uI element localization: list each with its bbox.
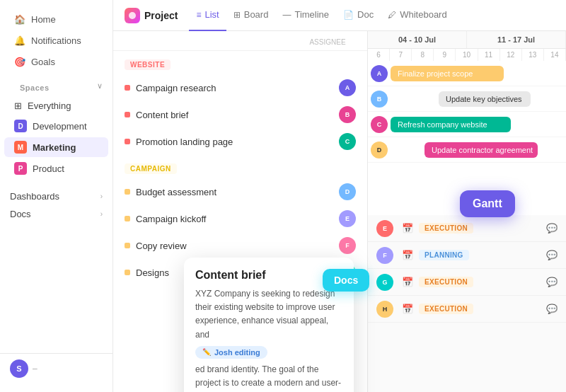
timeline-tab-label: Timeline bbox=[294, 9, 329, 20]
spaces-chevron-icon[interactable]: ∨ bbox=[97, 81, 103, 91]
task-dot-2 bbox=[125, 112, 130, 117]
gantt-bar-2[interactable]: Update key objectives bbox=[439, 91, 531, 107]
gantt-bar-4[interactable]: Update contractor agreement bbox=[424, 142, 538, 158]
status-badge-3: EXECUTION bbox=[419, 277, 473, 287]
task-campaign-research[interactable]: Campaign research A bbox=[113, 74, 367, 101]
status-row-4: H 📅 EXECUTION 💬 bbox=[368, 296, 566, 323]
product-space-dot: P bbox=[14, 162, 27, 175]
task-name-3: Promotion landing page bbox=[136, 137, 333, 147]
gantt-day-7: 7 bbox=[390, 49, 412, 61]
gantt-avatar-1: A bbox=[371, 65, 388, 82]
whiteboard-tab-icon: 🖊 bbox=[388, 10, 396, 20]
sidebar-everything[interactable]: ⊞ Everything bbox=[4, 97, 108, 115]
sidebar-space-marketing[interactable]: M Marketing bbox=[4, 137, 108, 157]
everything-label: Everything bbox=[28, 100, 71, 111]
gantt-row-2: B Update key objectives bbox=[368, 86, 566, 112]
doc-tab-icon: 📄 bbox=[343, 10, 354, 20]
chat-icon-4: 💬 bbox=[546, 304, 558, 314]
task-content-brief[interactable]: Content brief B bbox=[113, 101, 367, 128]
task-dot-5 bbox=[125, 216, 130, 221]
chat-icon-2: 💬 bbox=[546, 250, 558, 260]
project-label: Project bbox=[144, 10, 178, 21]
gantt-bar-1[interactable]: Finalize project scope bbox=[391, 66, 504, 81]
board-tab-icon: ⊞ bbox=[233, 10, 241, 20]
tab-list[interactable]: ≡ List bbox=[189, 0, 226, 31]
sidebar-space-product[interactable]: P Product bbox=[4, 158, 108, 178]
pencil-icon: ✏️ bbox=[202, 348, 211, 356]
gantt-row-3: C Refresh company website bbox=[368, 112, 566, 137]
notifications-label: Notifications bbox=[31, 35, 81, 46]
gantt-day-6: 6 bbox=[368, 49, 390, 61]
calendar-icon-3: 📅 bbox=[402, 277, 413, 287]
gantt-week-1: 04 - 10 Jul bbox=[368, 31, 467, 48]
board-tab-label: Board bbox=[244, 9, 269, 20]
chat-icon-3: 💬 bbox=[546, 277, 558, 287]
task-avatar-3: C bbox=[339, 133, 356, 150]
docs-popup-body-1: XYZ Company is seeking to redesign their… bbox=[195, 287, 342, 342]
task-name-4: Budget assessment bbox=[136, 187, 333, 197]
task-campaign-kickoff[interactable]: Campaign kickoff E bbox=[113, 205, 367, 232]
task-budget-assessment[interactable]: Budget assessment D bbox=[113, 178, 367, 205]
sidebar: 🏠 Home 🔔 Notifications 🎯 Goals Spaces ∨ … bbox=[0, 0, 113, 392]
docs-section[interactable]: Docs › bbox=[0, 205, 112, 223]
development-label: Development bbox=[33, 121, 87, 132]
status-avatar-4: H bbox=[376, 301, 393, 318]
home-label: Home bbox=[31, 14, 56, 25]
sidebar-space-development[interactable]: D Development bbox=[4, 116, 108, 136]
docs-editing-badge: ✏️ Josh editing bbox=[195, 346, 267, 359]
sidebar-item-notifications[interactable]: 🔔 Notifications bbox=[4, 30, 108, 50]
status-row-3: G 📅 EXECUTION 💬 bbox=[368, 269, 566, 296]
marketing-label: Marketing bbox=[33, 142, 76, 153]
tab-doc[interactable]: 📄 Doc bbox=[336, 0, 381, 31]
gantt-bar-label-1: Finalize project scope bbox=[398, 69, 473, 78]
goals-label: Goals bbox=[31, 57, 55, 67]
status-avatar-1: E bbox=[376, 220, 393, 237]
dashboards-chevron-icon: › bbox=[100, 192, 103, 200]
spaces-label: Spaces bbox=[10, 76, 59, 95]
project-icon bbox=[125, 8, 140, 23]
development-space-dot: D bbox=[14, 120, 27, 132]
dashboards-label: Dashboards bbox=[10, 191, 59, 202]
sidebar-item-goals[interactable]: 🎯 Goals bbox=[4, 52, 108, 71]
calendar-icon-1: 📅 bbox=[402, 223, 413, 234]
gantt-days-row: 6 7 8 9 10 11 12 13 14 bbox=[368, 49, 566, 61]
sidebar-item-home[interactable]: 🏠 Home bbox=[4, 9, 108, 29]
gantt-rows: A Finalize project scope B Update key ob… bbox=[368, 61, 566, 163]
marketing-space-dot: M bbox=[14, 141, 27, 154]
gantt-day-12: 12 bbox=[500, 49, 522, 61]
svg-point-0 bbox=[129, 12, 136, 19]
task-name-1: Campaign research bbox=[136, 83, 333, 93]
task-name-5: Campaign kickoff bbox=[136, 214, 333, 224]
status-badge-1: EXECUTION bbox=[419, 223, 473, 234]
docs-chevron-icon: › bbox=[100, 210, 103, 218]
docs-popup-body-2: ed brand identity. The goal of the proje… bbox=[195, 363, 342, 392]
gantt-week-2: 11 - 17 Jul bbox=[467, 31, 566, 48]
tab-whiteboard[interactable]: 🖊 Whiteboard bbox=[381, 0, 454, 31]
floating-docs-label: Docs bbox=[323, 269, 369, 292]
floating-gantt-label: Gantt bbox=[460, 190, 515, 217]
sidebar-user[interactable]: S – bbox=[0, 353, 112, 384]
task-avatar-6: F bbox=[339, 237, 356, 254]
gantt-bar-3[interactable]: Refresh company website bbox=[391, 117, 511, 132]
task-copy-review[interactable]: Copy review F bbox=[113, 232, 367, 259]
website-section-badge: WEBSITE bbox=[125, 59, 171, 70]
gantt-avatar-3: C bbox=[371, 116, 388, 133]
gantt-avatar-4: D bbox=[371, 142, 388, 158]
status-avatar-2: F bbox=[376, 247, 393, 264]
timeline-tab-icon: — bbox=[282, 10, 291, 20]
product-label: Product bbox=[33, 163, 64, 174]
tab-board[interactable]: ⊞ Board bbox=[226, 0, 276, 31]
task-name-2: Content brief bbox=[136, 110, 333, 120]
task-promotion-landing[interactable]: Promotion landing page C bbox=[113, 128, 367, 155]
gantt-row-1: A Finalize project scope bbox=[368, 61, 566, 86]
task-name-6: Copy review bbox=[136, 241, 333, 251]
list-tab-icon: ≡ bbox=[196, 10, 201, 20]
dashboards-section[interactable]: Dashboards › bbox=[0, 188, 112, 205]
campaign-section-badge: CAMPAIGN bbox=[125, 163, 177, 174]
gantt-avatar-2: B bbox=[371, 91, 388, 108]
gantt-bar-label-2: Update key objectives bbox=[446, 95, 522, 103]
user-avatar: S bbox=[10, 359, 28, 378]
status-badge-2: PLANNING bbox=[419, 250, 469, 260]
gantt-bar-label-4: Update contractor agreement bbox=[432, 146, 533, 154]
tab-timeline[interactable]: — Timeline bbox=[275, 0, 336, 31]
